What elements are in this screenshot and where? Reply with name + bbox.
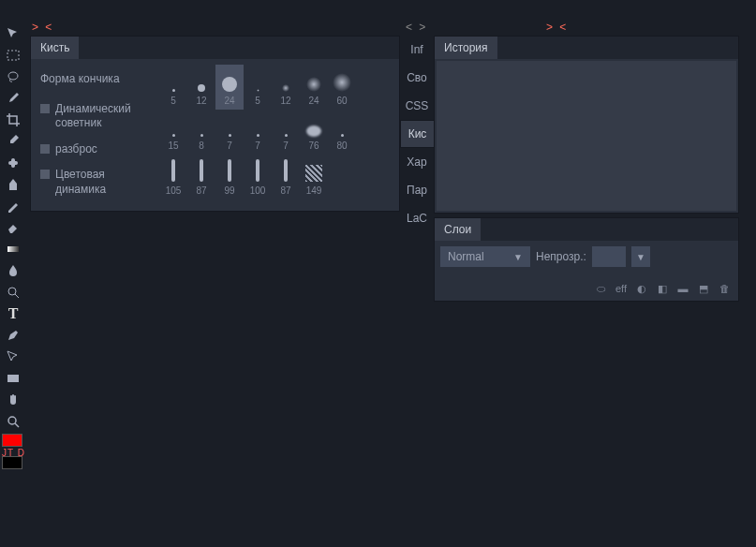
checkbox-icon[interactable] xyxy=(40,170,50,179)
panel-tab-хар[interactable]: Хар xyxy=(400,148,434,176)
opt-dynamic[interactable]: Динамический советник xyxy=(37,96,152,137)
brush-preset[interactable]: 80 xyxy=(328,110,356,155)
zoom-tool[interactable] xyxy=(0,410,26,432)
tab-history[interactable]: История xyxy=(435,37,497,59)
move-tool[interactable] xyxy=(0,22,26,44)
opt-scatter[interactable]: разброс xyxy=(37,137,152,163)
lasso-tool[interactable] xyxy=(0,66,26,87)
blend-mode-value: Normal xyxy=(448,250,484,263)
dock-handle-right[interactable]: > < xyxy=(546,21,568,34)
link-icon[interactable]: ⬭ xyxy=(594,282,607,295)
sharpen-tool[interactable] xyxy=(0,281,26,303)
brush-preset[interactable]: 7 xyxy=(272,110,300,155)
brush-shape-icon xyxy=(333,73,351,92)
adjust-icon[interactable]: ◐ xyxy=(635,282,648,295)
brush-preset[interactable]: 24 xyxy=(215,65,244,110)
history-panel: История xyxy=(434,36,739,214)
folder-icon[interactable]: ▬ xyxy=(676,282,689,295)
pen-tool[interactable] xyxy=(0,324,26,346)
toolbar: T JT D xyxy=(0,0,28,547)
brush-size-label: 7 xyxy=(227,140,232,151)
brush-preset[interactable]: 99 xyxy=(215,155,244,200)
brush-shape-icon xyxy=(282,84,289,92)
opt-tip-shape[interactable]: Форма кончика xyxy=(37,67,152,96)
brush-shape-icon xyxy=(341,134,344,137)
brush-preset[interactable]: 5 xyxy=(159,65,187,110)
gradient-tool[interactable] xyxy=(0,238,26,259)
crop-tool[interactable] xyxy=(0,109,26,130)
svg-rect-3 xyxy=(11,158,15,168)
effects-icon[interactable]: eff xyxy=(615,282,628,295)
brush-shape-icon xyxy=(172,89,175,92)
brush-preset[interactable]: 24 xyxy=(300,65,328,110)
panel-tab-кис[interactable]: Кис xyxy=(400,120,434,148)
clone-tool[interactable] xyxy=(0,173,26,195)
dock-handle-left[interactable]: > < xyxy=(32,21,53,34)
brush-size-label: 15 xyxy=(168,140,178,151)
panel-tab-сво[interactable]: Сво xyxy=(400,64,434,92)
panel-tab-пар[interactable]: Пар xyxy=(400,176,434,204)
brush-preset[interactable]: 8 xyxy=(187,110,215,155)
checkbox-icon[interactable] xyxy=(40,144,50,154)
brush-preset[interactable]: 87 xyxy=(187,155,215,200)
checkbox-icon[interactable] xyxy=(40,104,50,113)
brush-preset[interactable]: 100 xyxy=(244,155,272,200)
brush-size-label: 7 xyxy=(283,140,289,151)
brush-preset[interactable]: 76 xyxy=(300,110,328,155)
brush-panel: Кисть Форма кончика Динамический советни… xyxy=(30,36,400,212)
paint-tool[interactable] xyxy=(0,195,26,216)
eraser-tool[interactable] xyxy=(0,216,26,238)
brush-shape-icon xyxy=(200,134,203,137)
opt-color-dyn[interactable]: Цветовая динамика xyxy=(37,162,152,202)
blend-mode-select[interactable]: Normal ▼ xyxy=(440,246,530,267)
history-list xyxy=(437,61,736,211)
opacity-input[interactable] xyxy=(592,246,626,267)
mask-icon[interactable]: ◧ xyxy=(656,282,669,295)
brush-tool[interactable] xyxy=(0,87,26,109)
rect-tool[interactable] xyxy=(0,367,26,389)
opacity-label: Непрозр.: xyxy=(536,250,586,263)
panel-tab-css[interactable]: CSS xyxy=(400,92,434,120)
eyedropper-tool[interactable] xyxy=(0,130,26,152)
brush-shape-icon xyxy=(284,159,288,182)
heal-tool[interactable] xyxy=(0,152,26,173)
brush-size-label: 149 xyxy=(306,185,322,196)
dock-handle-mid[interactable]: < > xyxy=(406,21,427,34)
foreground-swatch[interactable] xyxy=(2,434,22,447)
brush-preset-grid: 5122451224601587777680105879910087149 xyxy=(157,59,399,211)
trash-icon[interactable]: 🗑 xyxy=(718,282,731,295)
text-tool[interactable]: T xyxy=(0,303,26,324)
svg-point-1 xyxy=(8,72,18,80)
brush-preset[interactable]: 12 xyxy=(187,65,215,110)
panel-tab-inf[interactable]: Inf xyxy=(400,36,434,64)
hand-tool[interactable] xyxy=(0,389,26,410)
brush-preset[interactable]: 7 xyxy=(215,110,244,155)
brush-preset[interactable]: 15 xyxy=(159,110,187,155)
shape-tool[interactable] xyxy=(0,346,26,367)
tab-layers[interactable]: Слои xyxy=(435,218,481,241)
brush-size-label: 87 xyxy=(280,185,290,196)
blur-tool[interactable] xyxy=(0,259,26,281)
new-layer-icon[interactable]: ⬒ xyxy=(697,282,710,295)
brush-options-list: Форма кончика Динамический советник разб… xyxy=(31,59,157,211)
svg-rect-0 xyxy=(7,51,19,60)
brush-preset[interactable]: 12 xyxy=(272,65,300,110)
brush-preset[interactable]: 7 xyxy=(244,110,272,155)
background-swatch[interactable] xyxy=(2,456,22,469)
rect-select-tool[interactable] xyxy=(0,44,26,66)
brush-preset[interactable]: 60 xyxy=(328,65,356,110)
opacity-dropdown[interactable]: ▼ xyxy=(631,246,650,267)
panel-tab-lac[interactable]: LaC xyxy=(400,204,434,232)
brush-preset[interactable]: 5 xyxy=(244,65,272,110)
brush-preset[interactable]: 149 xyxy=(300,155,328,200)
brush-size-label: 100 xyxy=(250,185,266,196)
chevron-down-icon: ▼ xyxy=(636,252,645,262)
tab-brush[interactable]: Кисть xyxy=(31,37,79,59)
brush-shape-icon xyxy=(257,134,259,137)
svg-point-7 xyxy=(8,417,16,424)
brush-preset[interactable]: 87 xyxy=(272,155,300,200)
swatch-letters: JT D xyxy=(2,448,26,458)
brush-shape-icon xyxy=(171,159,175,182)
color-swatches[interactable]: JT D xyxy=(0,432,28,471)
brush-preset[interactable]: 105 xyxy=(159,155,187,200)
